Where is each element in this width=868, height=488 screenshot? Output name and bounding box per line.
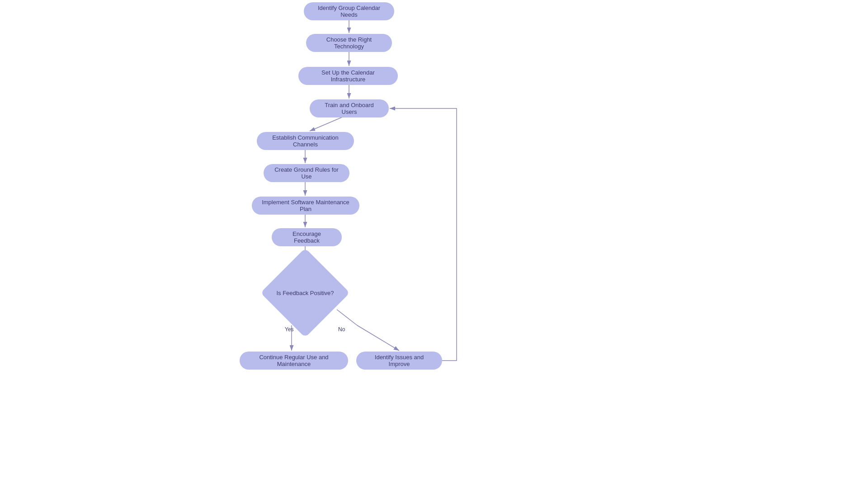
node-choose-tech: Choose the Right Technology — [306, 34, 392, 52]
arrows-svg — [0, 0, 868, 488]
no-label: No — [338, 326, 345, 333]
flowchart-container: Identify Group Calendar Needs Choose the… — [0, 0, 868, 488]
node-identify-group: Identify Group Calendar Needs — [304, 2, 394, 20]
svg-line-11 — [357, 325, 399, 351]
node-maintenance-plan: Implement Software Maintenance Plan — [252, 197, 359, 215]
svg-line-4 — [310, 117, 344, 131]
node-setup-infra: Set Up the Calendar Infrastructure — [298, 67, 398, 85]
svg-line-10 — [337, 310, 357, 325]
node-train-users: Train and Onboard Users — [310, 99, 389, 117]
node-identify-issues: Identify Issues and Improve — [356, 352, 442, 370]
node-ground-rules: Create Ground Rules for Use — [264, 164, 349, 182]
node-encourage-feedback: Encourage Feedback — [272, 228, 342, 246]
diamond-feedback-label: Is Feedback Positive? — [274, 261, 337, 324]
node-establish-comm: Establish Communication Channels — [257, 132, 354, 150]
node-continue-use: Continue Regular Use and Maintenance — [240, 352, 348, 370]
yes-label: Yes — [285, 326, 294, 333]
